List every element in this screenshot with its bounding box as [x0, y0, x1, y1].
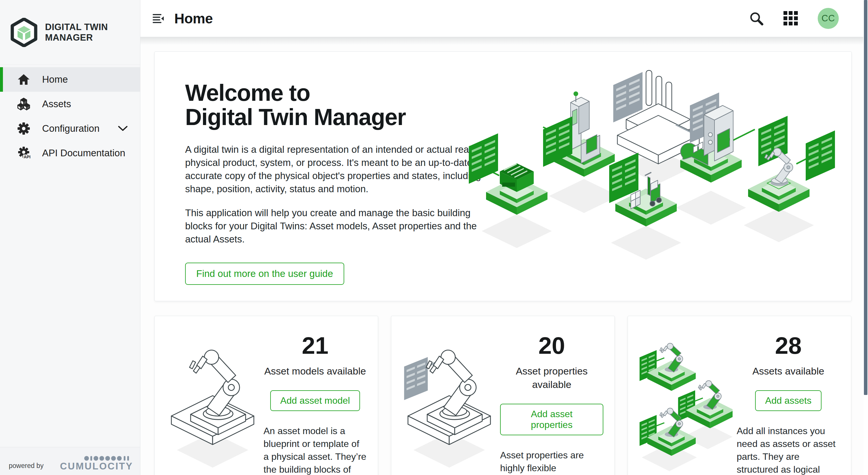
asset-models-description: An asset model is a blueprint or templat… [264, 425, 367, 475]
asset-properties-card: 20 Asset properties available Add asset … [391, 316, 615, 475]
home-icon [17, 74, 30, 85]
sidebar-item-label: API Documentation [42, 147, 125, 159]
assets-label: Assets available [752, 365, 825, 378]
asset-models-card: 21 Asset models available Add asset mode… [154, 316, 378, 475]
powered-by-label: powered by [9, 462, 43, 471]
topbar-actions: CC [749, 8, 839, 29]
sidebar: DIGITAL TWIN MANAGER Home [0, 0, 141, 475]
main-area: Home CC [141, 0, 868, 475]
factory-floor-illustration [438, 56, 847, 272]
collapse-sidebar-icon[interactable] [152, 12, 164, 25]
search-icon[interactable] [749, 11, 764, 26]
robot-arm-outline-illustration [166, 330, 259, 475]
sidebar-item-home[interactable]: Home [0, 67, 140, 92]
sidebar-item-label: Assets [42, 98, 71, 109]
gear-icon [17, 122, 30, 135]
asset-properties-count: 20 [538, 334, 565, 358]
cumulocity-wordmark: CUMULOCITY [60, 461, 133, 471]
welcome-card: Welcome to Digital Twin Manager A digita… [154, 52, 851, 301]
user-avatar[interactable]: CC [818, 8, 839, 29]
assets-description: Add all instances you need as assets or … [737, 425, 840, 475]
sidebar-item-label: Configuration [42, 123, 99, 134]
add-assets-button[interactable]: Add assets [755, 390, 821, 411]
asset-properties-label: Asset properties available [500, 365, 603, 392]
sidebar-footer: powered by CUMULOCITY [0, 447, 140, 475]
assets-body: 28 Assets available Add assets Add all i… [733, 330, 840, 475]
app-title: DIGITAL TWIN MANAGER [45, 22, 108, 43]
digital-twin-manager-logo-icon [10, 18, 37, 47]
sidebar-item-label: Home [42, 74, 68, 85]
scrollbar-track[interactable] [863, 0, 868, 475]
api-gear-icon: API [17, 146, 30, 160]
scrollbar-thumb[interactable] [864, 0, 867, 395]
sidebar-item-configuration[interactable]: Configuration [0, 116, 140, 141]
svg-text:API: API [24, 155, 30, 159]
asset-properties-description: Asset properties are highly flexible par… [500, 449, 603, 475]
page-title: Home [174, 10, 213, 27]
sidebar-item-api-documentation[interactable]: API API Documentation [0, 141, 140, 165]
asset-models-label: Asset models available [265, 365, 366, 378]
robot-arm-panel-illustration [402, 330, 496, 475]
user-guide-button[interactable]: Find out more on the user guide [185, 263, 344, 285]
topbar: Home CC [141, 0, 868, 37]
app-brand: DIGITAL TWIN MANAGER [0, 0, 140, 65]
assets-card: 28 Assets available Add assets Add all i… [628, 316, 851, 475]
assets-count: 28 [775, 334, 802, 358]
sidebar-item-assets[interactable]: Assets [0, 92, 140, 116]
sidebar-nav: Home Assets [0, 65, 140, 165]
asset-properties-body: 20 Asset properties available Add asset … [496, 330, 603, 475]
cumulocity-dots-icon [84, 455, 133, 461]
add-asset-model-button[interactable]: Add asset model [270, 390, 360, 411]
add-asset-properties-button[interactable]: Add asset properties [500, 404, 603, 435]
assets-cubes-icon [17, 98, 30, 110]
asset-models-count: 21 [302, 334, 329, 358]
asset-models-body: 21 Asset models available Add asset mode… [259, 330, 367, 475]
cumulocity-logo: CUMULOCITY [60, 455, 133, 471]
chevron-down-icon[interactable] [118, 125, 128, 132]
app-switcher-icon[interactable] [783, 11, 798, 26]
page-content: Welcome to Digital Twin Manager A digita… [141, 37, 868, 475]
green-robot-fleet-illustration [639, 330, 733, 475]
stat-cards-row: 21 Asset models available Add asset mode… [154, 316, 851, 475]
